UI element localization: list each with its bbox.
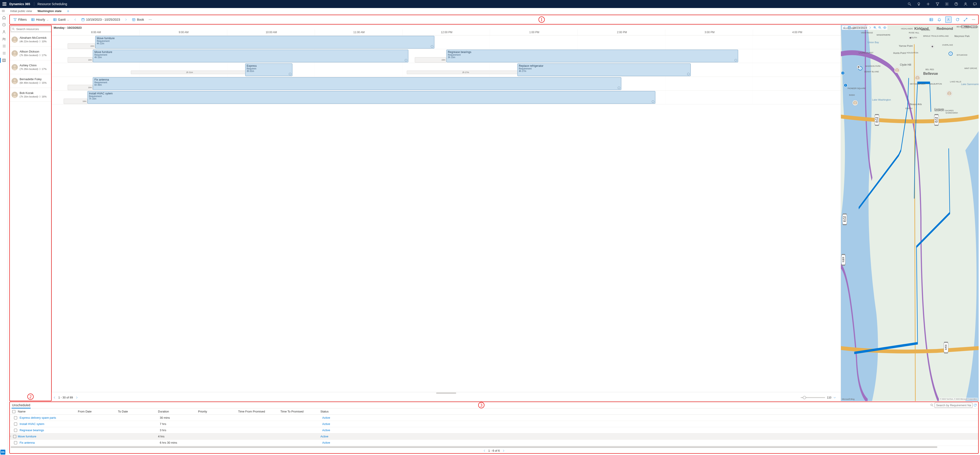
search-icon[interactable] bbox=[907, 2, 912, 6]
row-checkbox[interactable] bbox=[14, 441, 17, 444]
grid-row[interactable]: Regrease bearings3 hrsActive bbox=[10, 427, 978, 433]
col-pri[interactable]: Priority bbox=[198, 410, 238, 413]
tab-current-view[interactable]: Washington state bbox=[35, 8, 64, 14]
person-icon[interactable] bbox=[964, 2, 967, 6]
map-route-stop[interactable]: 2 bbox=[843, 83, 848, 87]
booking-block[interactable]: Replace refrigeratorRequirement4h 27m bbox=[517, 64, 691, 76]
expand-icon[interactable] bbox=[964, 18, 967, 22]
funnel-icon[interactable] bbox=[935, 2, 940, 6]
notifications-icon[interactable] bbox=[937, 18, 941, 22]
map-date-next[interactable] bbox=[868, 26, 872, 29]
rail-people-icon[interactable] bbox=[2, 37, 6, 41]
booking-block[interactable]: ExpressRequirem3h 01m bbox=[245, 64, 293, 76]
select-all-checkbox[interactable] bbox=[12, 410, 15, 413]
map-zoom-out-icon[interactable] bbox=[878, 26, 881, 29]
booking-block[interactable]: Regrease bearingsRequirement3h 15m bbox=[446, 49, 738, 62]
help-icon[interactable] bbox=[954, 2, 958, 6]
map-waypoint[interactable] bbox=[931, 45, 934, 48]
col-dur[interactable]: Duration bbox=[158, 410, 198, 413]
grid-row[interactable]: Fix antenna6 hrs 30 minsActive bbox=[10, 440, 978, 446]
toolbar-overflow-icon[interactable] bbox=[972, 18, 975, 22]
date-next-button[interactable] bbox=[123, 17, 129, 22]
gantt-horizontal-scrollbar[interactable] bbox=[52, 392, 841, 394]
add-tab-button[interactable] bbox=[66, 9, 70, 14]
resource-search-input[interactable] bbox=[11, 26, 52, 32]
map-resource-avatar[interactable] bbox=[894, 68, 900, 73]
gantt-row[interactable]: 16mInstall HVAC sytemRequirement7h 16m bbox=[52, 91, 841, 104]
map-waypoint[interactable] bbox=[857, 65, 860, 68]
unscheduled-tab[interactable]: Unscheduled bbox=[10, 402, 32, 408]
gantt-row[interactable]: 19mMove furnitureRequirement4h 15m15mReg… bbox=[52, 49, 841, 63]
hamburger-icon[interactable] bbox=[2, 9, 5, 13]
bulb-icon[interactable] bbox=[917, 2, 921, 6]
book-button[interactable]: Book bbox=[130, 17, 146, 22]
col-stat[interactable]: Status bbox=[320, 410, 352, 413]
col-ttp[interactable]: Time To Promised bbox=[280, 410, 320, 413]
map-date-picker-icon[interactable] bbox=[848, 26, 851, 29]
cell-name[interactable]: Express delivery spare parts bbox=[19, 416, 80, 419]
map-waypoint[interactable] bbox=[909, 36, 912, 40]
gantt-body[interactable]: 22mMove furnitureRequirement4h 22m19mMov… bbox=[52, 35, 841, 392]
cell-name[interactable]: Move furniture bbox=[18, 435, 78, 438]
legend-icon[interactable] bbox=[929, 18, 933, 22]
rail-person-icon[interactable] bbox=[2, 30, 6, 34]
col-to[interactable]: To Date bbox=[118, 410, 158, 413]
gear-icon[interactable] bbox=[945, 2, 949, 6]
col-tfp[interactable]: Time From Promised bbox=[238, 410, 280, 413]
resource-row[interactable]: Ashley Chinn(7h 28m booked)17% bbox=[10, 60, 51, 74]
date-range-picker[interactable]: 10/19/2023 - 10/25/2023 bbox=[80, 18, 122, 21]
assistant-icon[interactable] bbox=[945, 16, 951, 23]
refresh-icon[interactable] bbox=[956, 18, 959, 22]
resource-page-prev[interactable] bbox=[53, 396, 56, 399]
rail-list2-icon[interactable] bbox=[2, 51, 6, 55]
booking-block[interactable]: Move furnitureRequirement4h 22m bbox=[95, 36, 434, 49]
requirement-search-input[interactable] bbox=[935, 402, 972, 408]
resource-row[interactable]: Bob Kozak(7h 16m booked)16% bbox=[10, 88, 51, 102]
map-zoom-in-icon[interactable] bbox=[873, 26, 877, 29]
hourly-dropdown[interactable]: Hourly bbox=[29, 17, 50, 22]
cell-status[interactable]: Active bbox=[320, 435, 352, 438]
resource-row[interactable]: Bernadette Foley(6h 49m booked)15% bbox=[10, 74, 51, 88]
resource-row[interactable]: Allison Dickson(7h 30m booked)17% bbox=[10, 46, 51, 60]
map-route-stop[interactable]: 3 bbox=[949, 52, 953, 56]
row-checkbox[interactable] bbox=[14, 416, 17, 419]
gantt-row[interactable]: 22mMove furnitureRequirement4h 22m bbox=[52, 35, 841, 49]
zoom-slider[interactable] bbox=[801, 397, 825, 398]
app-launcher-icon[interactable] bbox=[2, 2, 7, 7]
grid-row[interactable]: ⠿Move furniture4 hrsActive bbox=[10, 433, 978, 440]
booking-block[interactable]: Fix antennaRequirement6h 49m bbox=[93, 77, 621, 90]
cell-name[interactable]: Install HVAC sytem bbox=[19, 422, 80, 426]
requirement-refresh-icon[interactable] bbox=[973, 403, 977, 407]
grid-page-next[interactable] bbox=[502, 449, 505, 452]
booking-block[interactable]: Install HVAC sytemRequirement7h 16m bbox=[88, 91, 655, 104]
col-name[interactable]: Name bbox=[18, 410, 78, 413]
filters-button[interactable]: Filters bbox=[11, 17, 29, 22]
tab-initial-view[interactable]: Initial public view bbox=[8, 8, 34, 14]
cell-status[interactable]: Active bbox=[322, 422, 353, 426]
rail-recent-icon[interactable] bbox=[2, 23, 6, 27]
gantt-dropdown[interactable]: Gantt bbox=[51, 17, 71, 22]
cell-name[interactable]: Fix antenna bbox=[19, 441, 80, 444]
resource-page-next[interactable] bbox=[75, 396, 78, 399]
map-route-stop[interactable]: 3 bbox=[841, 71, 845, 75]
drag-handle-icon[interactable]: ⠿ bbox=[10, 436, 11, 438]
row-checkbox[interactable] bbox=[14, 423, 17, 426]
gantt-row[interactable]: 19mFix antennaRequirement6h 49m bbox=[52, 77, 841, 91]
row-checkbox[interactable] bbox=[13, 435, 16, 438]
col-from[interactable]: From Date bbox=[78, 410, 118, 413]
resource-row[interactable]: Abraham McCormick(4h 22m booked)10% bbox=[10, 33, 51, 46]
toolbar-more-button[interactable] bbox=[146, 17, 154, 22]
map-resource-avatar[interactable] bbox=[853, 100, 858, 105]
plus-icon[interactable] bbox=[926, 2, 930, 6]
grid-page-prev[interactable] bbox=[483, 449, 486, 452]
rail-scheduleboard-icon[interactable] bbox=[2, 58, 6, 62]
rail-home-icon[interactable] bbox=[2, 16, 6, 19]
cell-status[interactable]: Active bbox=[322, 416, 353, 419]
grid-row[interactable]: Express delivery spare parts30 minsActiv… bbox=[10, 415, 978, 421]
grid-row[interactable]: Install HVAC sytem7 hrsActive bbox=[10, 421, 978, 427]
grid-horizontal-scrollbar[interactable] bbox=[10, 446, 978, 448]
map-date-prev[interactable] bbox=[843, 26, 846, 29]
cell-status[interactable]: Active bbox=[322, 441, 353, 444]
rail-list-icon[interactable] bbox=[2, 44, 6, 48]
cell-status[interactable]: Active bbox=[322, 428, 353, 432]
